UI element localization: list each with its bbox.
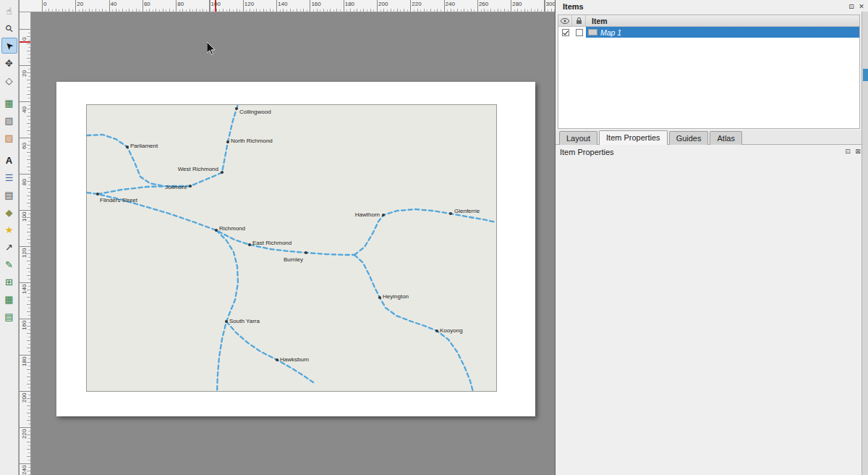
add-scalebar-icon: ▤ (4, 190, 13, 200)
station-label: Hawthorn (355, 211, 380, 218)
station-label: Collingwood (239, 109, 271, 115)
ruler-number: 120 (21, 248, 27, 258)
edit-nodes-item-tool[interactable]: ◇ (1, 72, 17, 88)
items-panel-float-button[interactable]: ⊡ (847, 2, 856, 11)
item-name-cell[interactable]: Map 1 (586, 27, 859, 38)
ruler-number: 280 (512, 1, 522, 7)
ruler-number: 40 (111, 1, 117, 7)
station-label: Richmond (219, 225, 245, 232)
add-3d-map-icon: ▧ (4, 116, 13, 125)
lock-checkbox[interactable] (576, 29, 583, 36)
station-marker (226, 140, 229, 143)
station-label: West Richmond (178, 166, 218, 172)
add-marker-icon: ★ (5, 225, 14, 235)
scrollbar-thumb[interactable] (863, 69, 868, 81)
station-marker (96, 193, 99, 196)
station-marker (235, 107, 238, 110)
ruler-number: 260 (479, 1, 488, 7)
add-label-icon: A (6, 156, 12, 165)
tab-item-properties[interactable]: Item Properties (599, 130, 668, 145)
add-shape-button[interactable]: ◆ (1, 204, 17, 220)
lock-icon (576, 17, 582, 25)
station-label: Kooyong (440, 327, 463, 334)
add-legend-button[interactable]: ☰ (1, 169, 17, 185)
add-html-icon: ⊞ (5, 277, 13, 287)
map-render: CollingwoodParliamentNorth RichmondWest … (87, 105, 496, 391)
zoom-tool[interactable]: ⚲ (1, 20, 17, 36)
add-label-button[interactable]: A (1, 152, 17, 168)
edit-nodes-item-icon: ◇ (6, 76, 13, 85)
add-map-button[interactable]: ▦ (1, 95, 17, 111)
ruler-number: 0 (43, 1, 46, 7)
ruler-number: 160 (21, 321, 27, 330)
ruler-vertical[interactable]: 020406080100120140160180200220240 (20, 12, 31, 475)
ruler-number: 140 (21, 285, 27, 294)
add-arrow-button[interactable]: ↗ (1, 239, 17, 255)
ruler-number: 220 (21, 429, 27, 439)
visibility-column-header (558, 15, 572, 26)
lock-column-header (572, 15, 586, 26)
station-label: South Yarra (229, 318, 260, 324)
ruler-number: 80 (177, 1, 184, 7)
station-marker (189, 185, 192, 188)
add-attribute-table-button[interactable]: ▦ (1, 291, 17, 307)
move-item-content-icon: ✥ (5, 59, 13, 68)
layout-canvas[interactable]: CollingwoodParliamentNorth RichmondWest … (32, 13, 555, 475)
tab-atlas[interactable]: Atlas (710, 131, 741, 145)
ruler-number: 100 (21, 212, 27, 222)
left-toolbar: ☝⚲➤✥◇▦▧▨A☰▤◆★↗✎⊞▦▤ (0, 0, 19, 475)
station-label: Burnley (284, 256, 303, 263)
station-label: Jolimont (165, 184, 187, 190)
line-southyarra-hawksburn (226, 321, 313, 382)
item-properties-float-button[interactable]: ⊡ (843, 147, 852, 156)
add-marker-button[interactable]: ★ (1, 222, 17, 238)
add-picture-icon: ▨ (4, 133, 13, 143)
station-marker (382, 214, 385, 217)
items-list: Map 1 (558, 27, 859, 38)
visibility-checkbox[interactable] (562, 29, 569, 36)
station-label: Flinders Street (100, 197, 138, 203)
add-map-icon: ▦ (4, 98, 13, 108)
layout-page[interactable]: CollingwoodParliamentNorth RichmondWest … (56, 82, 535, 416)
ruler-number: 300 (546, 1, 556, 7)
add-attribute-table-icon: ▦ (4, 295, 13, 304)
station-marker (225, 320, 228, 323)
item-column-header: Item (586, 15, 859, 26)
add-fixed-table-icon: ▤ (4, 312, 13, 321)
station-label: Glenferrie (454, 208, 480, 214)
add-fixed-table-button[interactable]: ▤ (1, 308, 17, 324)
add-picture-button[interactable]: ▨ (1, 130, 17, 146)
items-panel-close-button[interactable]: ✕ (857, 2, 866, 11)
add-legend-icon: ☰ (5, 173, 14, 182)
station-label: Parliament (130, 143, 158, 149)
tab-layout[interactable]: Layout (559, 131, 597, 145)
ruler-number: 0 (21, 38, 27, 41)
add-scalebar-button[interactable]: ▤ (1, 187, 17, 203)
items-panel-title: Items (556, 0, 868, 13)
move-item-content-tool[interactable]: ✥ (1, 55, 17, 71)
add-3d-map-button[interactable]: ▧ (1, 112, 17, 128)
table-row[interactable]: Map 1 (558, 27, 859, 38)
line-flinders-collingwood (98, 105, 239, 194)
ruler-number: 240 (446, 1, 455, 7)
select-move-item-tool[interactable]: ➤ (1, 38, 17, 54)
pan-tool[interactable]: ☝ (1, 3, 17, 19)
ruler-number: 240 (21, 466, 27, 475)
map-item[interactable]: CollingwoodParliamentNorth RichmondWest … (86, 104, 497, 392)
add-node-item-button[interactable]: ✎ (1, 256, 17, 272)
ruler-horizontal[interactable]: 0204060801001201401601802002202402602803… (20, 0, 555, 12)
line-heyington-kooyong (354, 255, 473, 391)
properties-tabbar: LayoutItem PropertiesGuidesAtlas (556, 130, 868, 145)
dock-scrollbar[interactable] (861, 12, 868, 475)
ruler-number: 200 (21, 393, 27, 403)
station-marker (276, 358, 278, 361)
station-label: East Richmond (252, 240, 292, 246)
station-marker (449, 212, 452, 215)
ruler-number: 140 (278, 1, 287, 7)
tab-guides[interactable]: Guides (669, 131, 709, 145)
add-html-button[interactable]: ⊞ (1, 274, 17, 290)
ruler-cursor-marker-vertical (20, 41, 31, 43)
eye-icon (561, 18, 569, 24)
station-label: North Richmond (231, 138, 273, 144)
ruler-number: 60 (144, 1, 150, 7)
